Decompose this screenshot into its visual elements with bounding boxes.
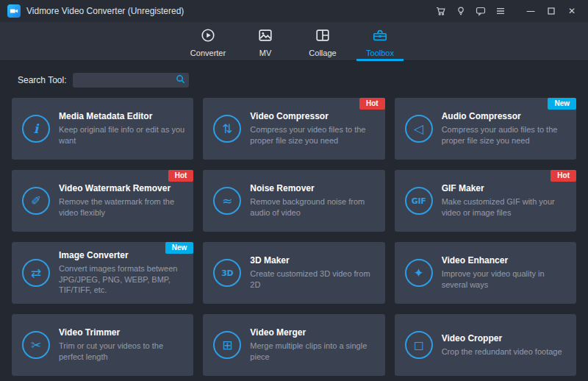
image-converter-icon: ⇄ [22, 259, 50, 287]
close-button[interactable]: ✕ [562, 2, 582, 20]
tool-card[interactable]: ⇄ Image Converter Convert images formats… [12, 242, 193, 304]
search-input[interactable] [73, 73, 189, 88]
tool-title: Video Watermark Remover [59, 183, 186, 193]
tool-title: Video Cropper [442, 333, 562, 343]
tools-grid: i Media Metadata Editor Keep original fi… [0, 95, 588, 381]
tab-mv[interactable]: MV [237, 22, 294, 60]
tool-description: Convert images formats between JPG/JPEG,… [59, 263, 186, 296]
tool-title: GIF Maker [442, 183, 569, 193]
titlebar: Vidmore Video Converter (Unregistered) —… [0, 0, 588, 22]
tool-description: Remove background noise from audio of vi… [250, 196, 377, 218]
tool-badge: Hot [168, 170, 194, 182]
tool-title: Media Metadata Editor [59, 111, 186, 121]
noise-remover-icon: ≈ [213, 187, 241, 215]
tool-card[interactable]: ✂ Video Trimmer Trim or cut your videos … [12, 314, 193, 376]
search-label: Search Tool: [18, 75, 67, 85]
tab-converter[interactable]: Converter [179, 22, 237, 60]
tab-mv-label: MV [259, 49, 272, 57]
tool-card[interactable]: ≈ Noise Remover Remove background noise … [203, 170, 384, 232]
tool-card[interactable]: ⇅ Video Compressor Compress your video f… [203, 98, 384, 160]
tab-toolbox-label: Toolbox [366, 49, 394, 57]
search-bar: Search Tool: [0, 61, 588, 95]
mv-icon [257, 27, 273, 46]
tool-card[interactable]: ✐ Video Watermark Remover Remove the wat… [12, 170, 193, 232]
tool-card[interactable]: i Media Metadata Editor Keep original fi… [12, 98, 193, 160]
compress-icon: ⇅ [213, 115, 241, 143]
tool-card[interactable]: ✦ Video Enhancer Improve your video qual… [395, 242, 576, 304]
tab-converter-label: Converter [190, 49, 226, 57]
tool-title: Video Merger [250, 327, 377, 338]
tool-title: Video Compressor [250, 111, 377, 121]
crop-icon: ◻ [405, 331, 433, 359]
tool-card[interactable]: ◁ Audio Compressor Compress your audio f… [395, 98, 576, 160]
toolbox-icon [372, 27, 388, 46]
tool-badge: New [165, 242, 194, 254]
tool-description: Create customized 3D video from 2D [250, 268, 377, 290]
audio-compressor-icon: ◁ [405, 115, 433, 143]
tool-title: 3D Maker [250, 255, 377, 266]
tool-card[interactable]: ◻ Video Cropper Crop the redundant video… [395, 314, 576, 376]
maximize-button[interactable] [541, 2, 562, 20]
3d-icon: 3D [213, 259, 241, 287]
lightbulb-icon[interactable] [451, 2, 470, 20]
tool-description: Trim or cut your videos to the perfect l… [59, 341, 186, 362]
tool-description: Remove the watermark from the video flex… [59, 196, 186, 218]
tool-title: Noise Remover [250, 183, 377, 193]
window-buttons: — ✕ [520, 2, 582, 20]
search-icon[interactable] [176, 74, 185, 87]
watermark-remover-icon: ✐ [22, 187, 50, 215]
tool-description: Compress your video files to the proper … [250, 124, 377, 146]
scissors-icon: ✂ [22, 331, 50, 359]
tool-description: Make customized GIF with your video or i… [442, 196, 569, 218]
enhancer-icon: ✦ [405, 259, 433, 287]
tool-card[interactable]: ⊞ Video Merger Merge multiple clips into… [203, 314, 384, 376]
tool-title: Video Trimmer [59, 327, 186, 338]
app-logo-icon [7, 4, 21, 18]
tool-badge: Hot [359, 98, 385, 110]
tool-badge: Hot [551, 170, 576, 182]
tool-title: Audio Compressor [442, 111, 569, 121]
info-icon: i [22, 115, 50, 143]
tool-title: Video Enhancer [442, 255, 569, 266]
window-title: Vidmore Video Converter (Unregistered) [26, 6, 184, 16]
tool-card[interactable]: 3D 3D Maker Create customized 3D video f… [203, 242, 384, 304]
tool-description: Compress your audio files to the proper … [442, 124, 569, 146]
cart-icon[interactable] [431, 2, 451, 20]
tab-collage[interactable]: Collage [294, 22, 351, 60]
gif-icon: GIF [405, 187, 433, 215]
main-nav: Converter MV Collage Toolbox [0, 22, 588, 61]
tool-description: Keep original file info or edit as you w… [59, 124, 186, 146]
tab-toolbox[interactable]: Toolbox [351, 22, 409, 60]
search-field[interactable] [79, 76, 176, 85]
merge-icon: ⊞ [213, 331, 241, 359]
tab-collage-label: Collage [309, 49, 336, 57]
feedback-icon[interactable] [470, 2, 490, 20]
tool-badge: New [548, 98, 576, 110]
tool-description: Improve your video quality in several wa… [442, 268, 569, 290]
minimize-button[interactable]: — [520, 2, 541, 20]
tool-card[interactable]: GIF GIF Maker Make customized GIF with y… [395, 170, 576, 232]
collage-icon [315, 27, 331, 46]
tool-description: Crop the redundant video footage [442, 346, 562, 357]
tool-description: Merge multiple clips into a single piece [250, 341, 377, 362]
converter-icon [200, 27, 216, 46]
titlebar-actions: — ✕ [431, 2, 582, 20]
app-window: Vidmore Video Converter (Unregistered) —… [0, 0, 588, 381]
menu-icon[interactable] [490, 2, 510, 20]
